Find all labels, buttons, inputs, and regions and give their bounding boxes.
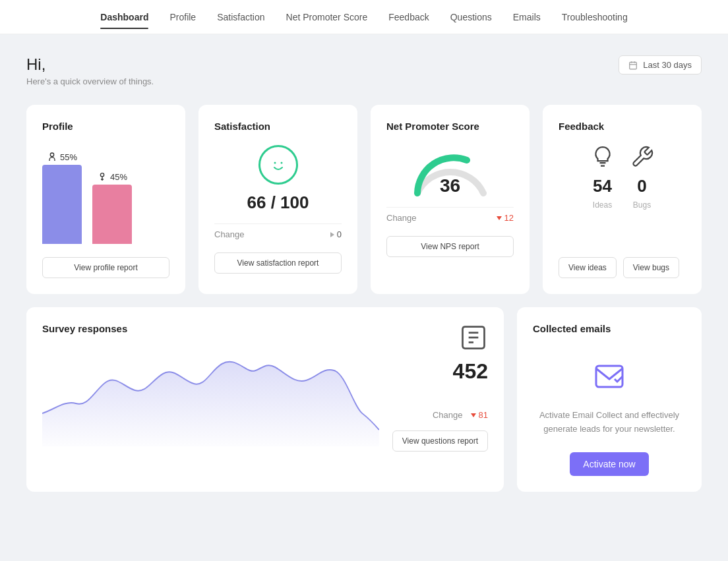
- survey-icon-wrap: [459, 323, 488, 354]
- view-ideas-button[interactable]: View ideas: [559, 257, 617, 278]
- nps-card-title: Net Promoter Score: [386, 121, 514, 132]
- survey-card: Survey responses: [26, 307, 504, 492]
- greeting-subtitle: Here's a quick overview of things.: [26, 76, 154, 86]
- nav-nps[interactable]: Net Promoter Score: [286, 9, 368, 25]
- nps-score: 36: [440, 175, 460, 196]
- male-bar-group: 55%: [42, 152, 82, 244]
- male-icon: [47, 152, 57, 162]
- smiley-icon: [258, 145, 298, 185]
- date-filter-button[interactable]: Last 30 days: [619, 55, 702, 74]
- nav-emails[interactable]: Emails: [513, 9, 541, 25]
- greeting-title: Hi,: [26, 55, 154, 74]
- arrow-down-icon: [497, 216, 502, 220]
- navigation: Dashboard Profile Satisfaction Net Promo…: [0, 0, 728, 34]
- svg-point-5: [100, 173, 104, 177]
- satisfaction-card: Satisfaction 66 / 100 Change 0 V: [198, 105, 357, 294]
- bugs-label: Bugs: [633, 200, 651, 210]
- feedback-card-title: Feedback: [559, 121, 686, 132]
- female-pct: 45%: [97, 171, 127, 182]
- activate-now-button[interactable]: Activate now: [570, 452, 648, 476]
- survey-change-val: 81: [471, 410, 488, 420]
- male-pct: 55%: [47, 152, 77, 162]
- ideas-label: Ideas: [593, 200, 612, 210]
- svg-point-7: [280, 162, 282, 164]
- email-description: Activate Email Collect and effectively g…: [533, 409, 686, 436]
- survey-arrow-down-icon: [471, 413, 476, 417]
- email-card-title: Collected emails: [533, 323, 611, 334]
- male-bar: [42, 165, 82, 244]
- feedback-card: Feedback 54 Ideas: [543, 105, 702, 294]
- email-card: Collected emails Activate Email Collect …: [517, 307, 702, 492]
- survey-left: Survey responses: [42, 323, 379, 446]
- profile-card: Profile 55% 45%: [26, 105, 185, 294]
- bugs-count: 0: [637, 176, 646, 196]
- bugs-item: 0 Bugs: [630, 145, 654, 210]
- survey-title: Survey responses: [42, 323, 379, 334]
- sparkline-svg: [42, 347, 379, 446]
- view-bugs-button[interactable]: View bugs: [623, 257, 679, 278]
- nav-dashboard[interactable]: Dashboard: [100, 9, 148, 25]
- view-questions-report-button[interactable]: View questions report: [392, 430, 488, 452]
- profile-chart: 55% 45%: [42, 145, 169, 244]
- page-header: Hi, Here's a quick overview of things. L…: [26, 55, 702, 86]
- survey-content: Survey responses: [42, 323, 488, 452]
- female-bar-group: 45%: [92, 171, 132, 244]
- nps-change-label: Change: [386, 213, 417, 223]
- svg-point-4: [50, 153, 53, 156]
- ideas-count: 54: [593, 176, 612, 196]
- nps-change-val: 12: [497, 213, 514, 223]
- view-nps-report-button[interactable]: View NPS report: [386, 236, 514, 257]
- date-filter-label: Last 30 days: [643, 60, 692, 70]
- survey-count: 452: [453, 359, 488, 384]
- view-satisfaction-report-button[interactable]: View satisfaction report: [214, 252, 342, 274]
- email-icon-svg: [593, 361, 625, 392]
- nps-change-row: Change 12: [386, 207, 514, 223]
- cards-row: Profile 55% 45%: [26, 105, 702, 294]
- nav-satisfaction[interactable]: Satisfaction: [217, 9, 264, 25]
- wrench-svg: [630, 145, 654, 169]
- calendar-icon: [628, 61, 638, 70]
- satisfaction-center: 66 / 100: [214, 145, 342, 213]
- svg-rect-0: [630, 62, 637, 69]
- nps-card: Net Promoter Score 36 Change 12: [371, 105, 530, 294]
- survey-right: 452 Change 81 View questions report: [379, 323, 488, 452]
- gauge-wrap: 36: [408, 150, 493, 196]
- sparkline-fill: [42, 362, 379, 446]
- nps-gauge: 36: [386, 145, 514, 196]
- survey-change-label: Change: [433, 410, 463, 420]
- feedback-buttons: View ideas View bugs: [559, 257, 686, 278]
- bottom-row: Survey responses: [26, 307, 702, 492]
- nav-feedback[interactable]: Feedback: [388, 9, 429, 25]
- smiley-svg: [268, 154, 289, 175]
- ideas-item: 54 Ideas: [591, 145, 615, 210]
- profile-card-title: Profile: [42, 121, 169, 132]
- feedback-grid: 54 Ideas 0 Bugs: [559, 145, 686, 210]
- svg-point-6: [274, 162, 276, 164]
- view-profile-report-button[interactable]: View profile report: [42, 257, 169, 278]
- satisfaction-change-row: Change 0: [214, 223, 342, 239]
- svg-rect-12: [596, 366, 622, 387]
- nav-profile[interactable]: Profile: [169, 9, 196, 25]
- wrench-icon: [630, 145, 654, 172]
- survey-change-row: Change 81: [433, 410, 488, 420]
- nav-troubleshooting[interactable]: Troubleshooting: [562, 9, 628, 25]
- satisfaction-change-val: 0: [330, 229, 342, 239]
- nav-questions[interactable]: Questions: [450, 9, 492, 25]
- lightbulb-icon: [591, 145, 615, 172]
- satisfaction-card-title: Satisfaction: [214, 121, 342, 132]
- survey-icon: [459, 323, 488, 352]
- arrow-right-icon: [330, 232, 334, 237]
- lightbulb-svg: [591, 145, 615, 169]
- survey-chart: [42, 347, 379, 446]
- female-bar: [92, 185, 132, 244]
- page-content: Hi, Here's a quick overview of things. L…: [0, 34, 728, 513]
- satisfaction-change-label: Change: [214, 229, 245, 239]
- female-icon: [97, 171, 107, 182]
- satisfaction-score: 66 / 100: [247, 192, 309, 213]
- greeting: Hi, Here's a quick overview of things.: [26, 55, 154, 86]
- email-collect-icon: [593, 361, 625, 398]
